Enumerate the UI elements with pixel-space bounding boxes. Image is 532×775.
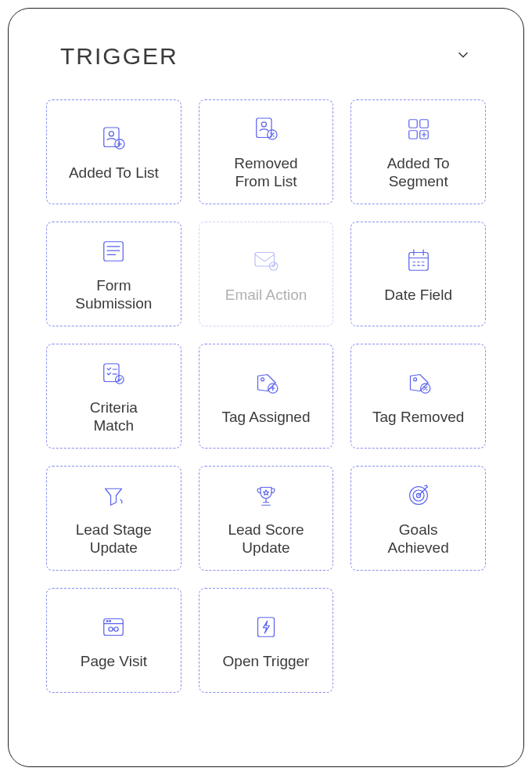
svg-rect-6	[408, 120, 417, 128]
trigger-tile[interactable]: Lead Stage Update	[46, 466, 182, 571]
trigger-tile[interactable]: Date Field	[350, 222, 486, 326]
trigger-tile-label: Goals Achieved	[388, 521, 449, 557]
svg-rect-11	[255, 252, 275, 266]
trigger-tile[interactable]: Open Trigger	[199, 588, 334, 693]
tag-remove-icon	[402, 366, 435, 399]
trigger-tile[interactable]: Form Submission	[46, 222, 182, 326]
trigger-tile[interactable]: Lead Score Update	[199, 466, 334, 571]
trigger-tile-label: Added To Segment	[387, 155, 450, 191]
trigger-tile[interactable]: Tag Removed	[350, 344, 486, 449]
trigger-tile-label: Open Trigger	[223, 653, 310, 671]
svg-rect-28	[257, 617, 274, 636]
panel-header: TRIGGER	[43, 43, 489, 70]
list-remove-icon	[250, 113, 282, 146]
trigger-tile-label: Date Field	[384, 287, 452, 305]
trigger-tile-label: Added To List	[69, 164, 159, 182]
trigger-tile-label: Removed From List	[234, 155, 297, 191]
trigger-tile[interactable]: Goals Achieved	[350, 466, 486, 571]
svg-point-16	[261, 377, 264, 380]
trigger-tile-label: Page Visit	[81, 653, 147, 671]
trigger-tile-label: Criteria Match	[90, 399, 138, 435]
svg-point-18	[413, 377, 416, 380]
chevron-down-icon[interactable]	[455, 46, 472, 67]
svg-rect-3	[257, 118, 271, 138]
email-icon	[250, 244, 282, 277]
trigger-tile-label: Lead Score Update	[228, 521, 304, 557]
trigger-tile[interactable]: Page Visit	[46, 588, 182, 693]
svg-rect-7	[419, 120, 428, 128]
svg-rect-10	[104, 242, 124, 261]
list-add-icon	[97, 122, 130, 155]
tag-add-icon	[250, 366, 282, 399]
svg-point-25	[110, 620, 111, 622]
svg-point-27	[114, 627, 118, 631]
trigger-grid: Added To List Removed From List Added To…	[43, 99, 489, 693]
svg-point-15	[116, 376, 124, 384]
trigger-tile-label: Email Action	[225, 287, 307, 305]
criteria-icon	[97, 357, 130, 390]
svg-rect-14	[104, 364, 119, 382]
form-icon	[97, 235, 130, 268]
trigger-tile: Email Action	[199, 222, 334, 326]
svg-point-26	[109, 627, 113, 631]
svg-rect-0	[104, 128, 119, 147]
segment-add-icon	[402, 113, 435, 146]
trigger-tile[interactable]: Tag Assigned	[199, 344, 334, 449]
svg-point-1	[110, 131, 114, 135]
trigger-panel: TRIGGER Added To List Removed From List …	[8, 8, 524, 767]
trigger-tile[interactable]: Criteria Match	[46, 344, 182, 449]
bolt-icon	[250, 611, 282, 643]
svg-rect-8	[408, 131, 417, 139]
svg-point-4	[261, 122, 266, 127]
target-icon	[402, 479, 435, 512]
trigger-tile[interactable]: Added To List	[46, 99, 182, 204]
trigger-tile-label: Tag Removed	[372, 409, 464, 427]
trigger-tile-label: Lead Stage Update	[76, 521, 152, 557]
trigger-tile[interactable]: Added To Segment	[350, 99, 486, 204]
trigger-tile-label: Form Submission	[75, 277, 152, 313]
calendar-icon	[402, 244, 435, 277]
trophy-icon	[250, 479, 282, 512]
browser-icon	[97, 611, 130, 643]
trigger-tile-label: Tag Assigned	[221, 409, 310, 427]
funnel-icon	[97, 479, 130, 512]
svg-point-24	[107, 620, 109, 622]
svg-rect-13	[408, 252, 428, 270]
trigger-tile[interactable]: Removed From List	[199, 99, 334, 204]
panel-title: TRIGGER	[60, 43, 178, 70]
